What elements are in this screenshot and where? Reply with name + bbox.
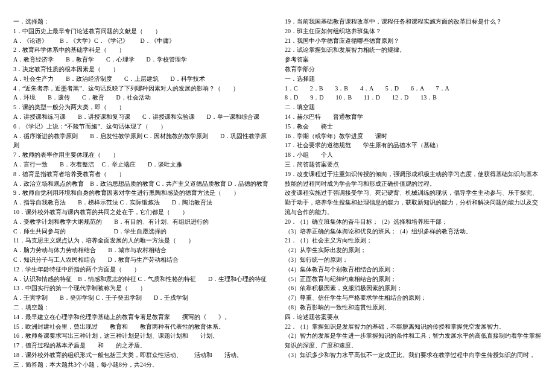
text-line: 20．（1）确立班集体的奋斗目标；（2）选择和培养班干部；	[285, 217, 542, 227]
text-line: 19．改变课程过于注重知识传授的倾向，强调形成积极主动的学习态度，使获得基础知识…	[285, 169, 542, 189]
text-line: 6．《学记》上说：“不陵节而施”。这句话体现了（ ）	[13, 122, 270, 131]
text-line: A．《论语》 B．《大学》C．《学记》 D．《中庸》	[13, 36, 270, 46]
text-line: （3）知识多少和智力水平高低不一定成正比。我们要求在教学过程中向学生传授知识的同…	[285, 350, 542, 360]
text-line: A．认识和情感的特征 B．情感和意志的特征 C．气质和性格的特征 D．生理和心理…	[13, 274, 270, 284]
text-line: 四．论述题答案要点	[285, 312, 542, 322]
text-line: A．脑力劳动与体力劳动相结合 B．城市与农村相结合	[13, 245, 270, 255]
text-line: 5．课的类型一般分为两大类，即（ ）	[13, 103, 270, 112]
text-line: （3）知行统一的原则；	[285, 255, 542, 265]
text-line: 8．德育是指教育者培养受教育者（ ）	[13, 169, 270, 179]
text-line: 参考答案	[285, 55, 542, 65]
text-line: A．言行一致 B．衣着整洁 C．举止端庄 D．谈吐文雅	[13, 160, 270, 169]
text-line: （2）从学生实际出发的原则；	[285, 245, 542, 255]
text-line: 17．社会要求的道德规范 学生原有的品德水平（基础）	[285, 141, 542, 150]
text-line: 3．决定教育性质的根本因素是（ ）	[13, 65, 270, 74]
text-line: 15．教会 骑士	[285, 122, 542, 131]
text-line: （7）尊重、信任学生与严格要求学生相结合的原则；	[285, 293, 542, 303]
text-line: （2）智力的发展是学生进一步掌握知识的条件和工具；智力发展水平的高低直接制约着学…	[285, 331, 542, 350]
text-line: 三．简答题答案要点	[285, 160, 542, 169]
text-line: C．知识分子与工人农民相结合 D．教育与生产劳动相结合	[13, 255, 270, 265]
text-line: 16．学期（或学年）教学进度 课时	[285, 131, 542, 141]
text-line: 22．试论掌握知识和发展智力相统一的规律。	[285, 45, 542, 55]
text-line: A．讲授课和练习课 B．讲授课和复习课 C．讲授课和实验课 D．单一课和综合课	[13, 112, 270, 122]
text-line: 21．（1）社会主义方向性原则；	[285, 236, 542, 245]
text-line: C．师生共同参与的 D．学生自愿选择的	[13, 227, 270, 236]
text-line: 14．最早建立在心理学和伦理学基础上的教育专著是教育家 撰写的《 》。	[13, 312, 270, 322]
text-line: 1．C 2．B 3．B 4．A 5．D 6．A 7．A	[285, 84, 542, 93]
text-line: 一．选择题：	[13, 17, 270, 27]
text-line: （8）教育影响的一致性和连贯性原则。	[285, 303, 542, 312]
exam-document: 一．选择题：1．中国历史上最早专门论述教育问题的文献是（ ）A．《论语》 B．《…	[13, 17, 542, 375]
text-line: 9．教师自觉利用环境和自身的教育因素对学生进行熏陶和感染的德育方法是（ ）	[13, 188, 270, 198]
text-line: 8．D 9．D 10．B 11．D 12．D 13．B	[285, 93, 542, 103]
text-line: 16．教师备课要求写出三种计划，这三种计划是计划、课题计划和 计划。	[13, 331, 270, 341]
text-line: （6）依靠积极因素，克服消极因素的原则；	[285, 283, 542, 293]
text-line: 22．（1）掌握知识是发展智力的基础，不能脱离知识的传授和掌握凭空发展智力。	[285, 322, 542, 332]
text-line: 三．简答题：本大题共3个小题，每小题8分，共24分。	[13, 360, 270, 370]
text-line: 10．课外校外教育与课内教育的共同之处在于，它们都是（ ）	[13, 207, 270, 217]
text-line: （4）集体教育与个别教育相结合的原则；	[285, 265, 542, 274]
text-line: A．指导自我教育法 B．榜样示范法 C．实际锻炼法 D．陶冶教育法	[13, 198, 270, 207]
text-line: 1．中国历史上最早专门论述教育问题的文献是（ ）	[13, 27, 270, 36]
text-line: A．政治立场和观点的教育 B．政治思想品质的教育 C．共产主义道德品质教育 D．…	[13, 179, 270, 189]
text-line: 18．课外校外教育的组织形式一般包括三大类，即群众性活动、 活动和 活动。	[13, 350, 270, 360]
text-line: 一．选择题	[285, 74, 542, 84]
text-line: 2．教育科学体系中的基础学科是（ ）	[13, 45, 270, 55]
text-line: （5）正面教育与纪律约束相结合的原则；	[285, 274, 542, 284]
text-line: A．循序渐进的教学原则 B．启发性教学原则 C．因材施教的教学原则 D．巩固性教…	[13, 131, 270, 151]
text-line: 21．我国中小学德育应遵循哪些德育原则？	[285, 36, 542, 46]
text-line: 13．中国实行的第一个现代学制被称为是（ ）	[13, 283, 270, 293]
text-line: 教育学部分	[285, 65, 542, 74]
text-line: A．壬寅学制 B．癸卯学制 C．壬子癸丑学制 D．壬戌学制	[13, 293, 270, 303]
text-line: A．受教学计划和教学大纲规范的 B．有目的、有计划、有组织进行的	[13, 217, 270, 227]
text-line: A．环境 B．遗传 C．教育 D．社会活动	[13, 93, 270, 103]
text-line: （3）培养正确的集体舆论和优良的班风；（4）组织多样的教育活动。	[285, 227, 542, 236]
text-line: 改变课程实施过于强调接受学习、死记硬背、机械训练的现状，倡导学生主动参与、乐于探…	[285, 188, 542, 217]
text-line: A．教育经济学 B．教育学 C．心理学 D．学校管理学	[13, 55, 270, 65]
text-line: 7．教师的表率作用主要体现在（ ）	[13, 150, 270, 160]
text-line: 4．“近朱者赤，近墨者黑”。这句话反映了下列哪种因素对人的发展的影响？（ ）	[13, 84, 270, 93]
text-line: 12．学生年龄特征中所指的两个方面是（ ）	[13, 265, 270, 274]
text-line: 19．当前我国基础教育课程改革中，课程任务和课程实施方面的改革目标是什么？	[285, 17, 542, 27]
text-line: A．社会生产力 B．政治经济制度 C．上层建筑 D．科学技术	[13, 74, 270, 84]
text-line: 17．德育过程的基本矛盾是 和 的之矛盾。	[13, 341, 270, 350]
text-line: 14．赫尔巴特 普通教育学	[285, 112, 542, 122]
text-line: 二．填空题	[285, 103, 542, 112]
text-line: 二．填空题：	[13, 303, 270, 312]
text-line: 15．欧洲封建社会里，曾出现过 教育和 教育两种有代表性的教育体系。	[13, 322, 270, 332]
text-line: 11．马克思主义观点认为，培养全面发展的人的唯一方法是（ ）	[13, 236, 270, 245]
text-line: 20．班主任应如何组织培养班集体？	[285, 27, 542, 36]
text-line: 18．小组 个人	[285, 150, 542, 160]
